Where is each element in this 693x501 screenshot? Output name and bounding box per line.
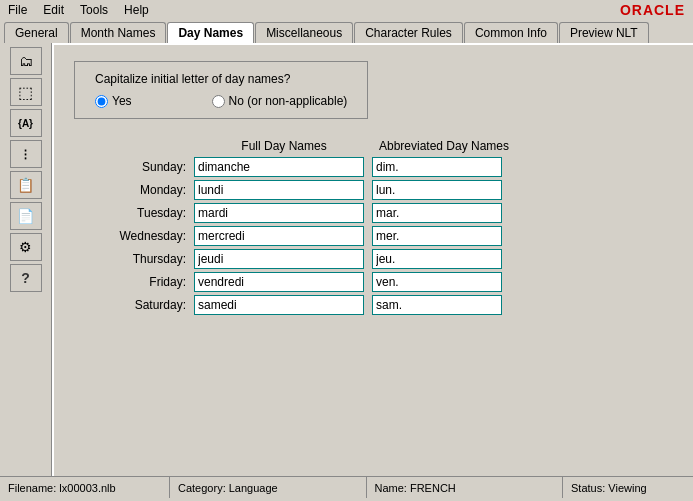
tab-preview-nlt[interactable]: Preview NLT <box>559 22 649 43</box>
day-abbr-saturday[interactable] <box>372 295 502 315</box>
menu-help[interactable]: Help <box>120 3 153 17</box>
day-label-tuesday: Tuesday: <box>74 206 194 220</box>
toolbar-help-btn[interactable]: ? <box>10 264 42 292</box>
tab-bar: General Month Names Day Names Miscellane… <box>0 20 693 43</box>
day-abbr-monday[interactable] <box>372 180 502 200</box>
tab-common-info[interactable]: Common Info <box>464 22 558 43</box>
capitalize-box: Capitalize initial letter of day names? … <box>74 61 368 119</box>
day-abbr-wednesday[interactable] <box>372 226 502 246</box>
tab-general[interactable]: General <box>4 22 69 43</box>
day-label-saturday: Saturday: <box>74 298 194 312</box>
menu-edit[interactable]: Edit <box>39 3 68 17</box>
capitalize-label: Capitalize initial letter of day names? <box>95 72 347 86</box>
radio-no-option[interactable]: No (or non-applicable) <box>212 94 348 108</box>
day-abbr-friday[interactable] <box>372 272 502 292</box>
status-name: Name: FRENCH <box>367 477 564 498</box>
table-row: Wednesday: <box>74 226 673 246</box>
day-label-thursday: Thursday: <box>74 252 194 266</box>
tab-character-rules[interactable]: Character Rules <box>354 22 463 43</box>
radio-yes-option[interactable]: Yes <box>95 94 132 108</box>
day-label-monday: Monday: <box>74 183 194 197</box>
status-filename: Filename: lx00003.nlb <box>0 477 170 498</box>
main-container: 🗂 ⬚ {A} ⁝ 📋 📄 ⚙ ? Capitalize initial let… <box>0 43 693 476</box>
day-abbr-sunday[interactable] <box>372 157 502 177</box>
radio-yes-label: Yes <box>112 94 132 108</box>
day-abbr-thursday[interactable] <box>372 249 502 269</box>
toolbar-open-btn[interactable]: 🗂 <box>10 47 42 75</box>
toolbar-format-btn[interactable]: {A} <box>10 109 42 137</box>
status-category: Category: Language <box>170 477 367 498</box>
oracle-logo: ORACLE <box>620 2 685 18</box>
table-headers: Full Day Names Abbreviated Day Names <box>194 139 673 153</box>
col-header-abbr: Abbreviated Day Names <box>374 139 514 153</box>
menu-tools[interactable]: Tools <box>76 3 112 17</box>
menu-bar: File Edit Tools Help ORACLE <box>0 0 693 20</box>
table-row: Friday: <box>74 272 673 292</box>
day-label-wednesday: Wednesday: <box>74 229 194 243</box>
day-full-friday[interactable] <box>194 272 364 292</box>
menu-items: File Edit Tools Help <box>4 3 153 17</box>
toolbar-list-btn[interactable]: ⁝ <box>10 140 42 168</box>
radio-group: Yes No (or non-applicable) <box>95 94 347 108</box>
day-abbr-tuesday[interactable] <box>372 203 502 223</box>
table-row: Tuesday: <box>74 203 673 223</box>
day-label-friday: Friday: <box>74 275 194 289</box>
status-viewing: Status: Viewing <box>563 477 693 498</box>
help-icon: ? <box>21 270 30 286</box>
document-icon: 📄 <box>17 208 34 224</box>
day-label-sunday: Sunday: <box>74 160 194 174</box>
col-header-full: Full Day Names <box>194 139 374 153</box>
toolbar-settings-btn[interactable]: ⚙ <box>10 233 42 261</box>
day-full-thursday[interactable] <box>194 249 364 269</box>
clipboard-icon: 📋 <box>17 177 34 193</box>
content-area: Capitalize initial letter of day names? … <box>52 43 693 476</box>
table-row: Sunday: <box>74 157 673 177</box>
table-row: Thursday: <box>74 249 673 269</box>
tab-month-names[interactable]: Month Names <box>70 22 167 43</box>
menu-file[interactable]: File <box>4 3 31 17</box>
day-full-wednesday[interactable] <box>194 226 364 246</box>
toolbar-document-btn[interactable]: 📄 <box>10 202 42 230</box>
radio-no[interactable] <box>212 95 225 108</box>
left-toolbar: 🗂 ⬚ {A} ⁝ 📋 📄 ⚙ ? <box>0 43 52 476</box>
day-full-tuesday[interactable] <box>194 203 364 223</box>
toolbar-select-btn[interactable]: ⬚ <box>10 78 42 106</box>
format-icon: {A} <box>18 118 33 129</box>
day-full-sunday[interactable] <box>194 157 364 177</box>
open-icon: 🗂 <box>19 53 33 69</box>
radio-no-label: No (or non-applicable) <box>229 94 348 108</box>
day-full-monday[interactable] <box>194 180 364 200</box>
settings-icon: ⚙ <box>19 239 32 255</box>
day-names-table: Full Day Names Abbreviated Day Names Sun… <box>74 139 673 315</box>
day-full-saturday[interactable] <box>194 295 364 315</box>
status-bar: Filename: lx00003.nlb Category: Language… <box>0 476 693 498</box>
select-icon: ⬚ <box>18 83 33 102</box>
table-row: Monday: <box>74 180 673 200</box>
toolbar-clipboard-btn[interactable]: 📋 <box>10 171 42 199</box>
list-icon: ⁝ <box>23 145 28 164</box>
tab-day-names[interactable]: Day Names <box>167 22 254 43</box>
tab-miscellaneous[interactable]: Miscellaneous <box>255 22 353 43</box>
radio-yes[interactable] <box>95 95 108 108</box>
table-row: Saturday: <box>74 295 673 315</box>
